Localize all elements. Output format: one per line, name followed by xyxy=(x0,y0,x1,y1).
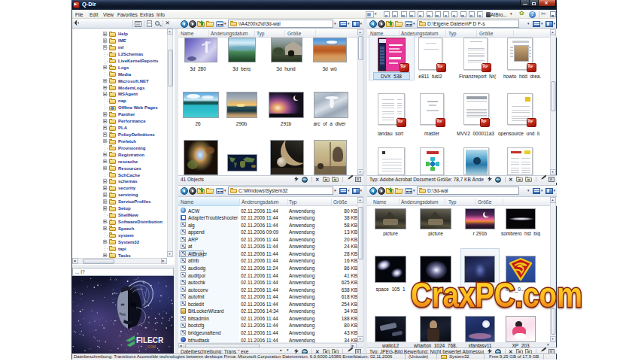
svg-text:CraxPC.com: CraxPC.com xyxy=(411,275,582,314)
svg-text:.COM: .COM xyxy=(147,345,156,349)
svg-text:FILECR: FILECR xyxy=(136,336,164,344)
